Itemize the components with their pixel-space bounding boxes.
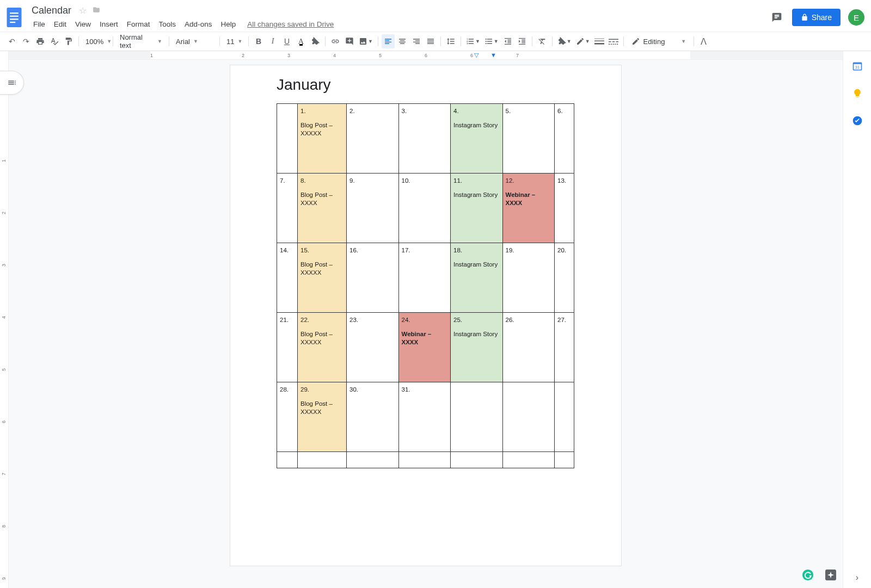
calendar-cell[interactable]: 27. [555,313,574,382]
calendar-cell[interactable]: 29.Blog Post – XXXXX [298,382,347,452]
underline-icon[interactable]: U [280,34,293,48]
align-justify-icon[interactable] [424,34,437,48]
calendar-cell[interactable] [502,382,555,452]
calendar-cell[interactable] [277,452,298,468]
increase-indent-icon[interactable] [516,34,529,48]
calendar-cell[interactable]: 23. [347,313,399,382]
first-line-indent-marker-icon[interactable]: ▼ [490,52,496,58]
calendar-cell[interactable] [277,104,298,174]
menu-insert[interactable]: Insert [96,18,122,30]
expand-side-panel-icon[interactable]: › [856,573,858,583]
calendar-cell[interactable]: 17. [398,243,451,313]
calendar-app-icon[interactable]: 31 [852,61,863,72]
calendar-cell[interactable]: 13. [555,174,574,243]
font-size-select[interactable]: 11▼ [223,34,245,48]
calendar-cell[interactable]: 14. [277,243,298,313]
calendar-cell[interactable]: 4.Instagram Story [451,104,503,174]
folder-icon[interactable] [92,6,101,16]
share-button[interactable]: Share [792,9,841,26]
calendar-cell[interactable]: 30. [347,382,399,452]
insert-comment-icon[interactable] [343,34,356,48]
text-color-icon[interactable]: A [295,34,308,48]
line-spacing-icon[interactable] [444,34,457,48]
calendar-cell[interactable]: 1.Blog Post – XXXXX [298,104,347,174]
tasks-app-icon[interactable] [852,115,863,126]
calendar-cell[interactable]: 9. [347,174,399,243]
menu-view[interactable]: View [71,18,95,30]
explore-icon[interactable] [823,567,838,583]
calendar-table[interactable]: 1.Blog Post – XXXXX2.3.4.Instagram Story… [277,103,574,468]
calendar-cell[interactable]: 26. [502,313,555,382]
keep-app-icon[interactable] [852,88,863,99]
calendar-cell[interactable]: 5. [502,104,555,174]
menu-help[interactable]: Help [217,18,240,30]
calendar-cell[interactable]: 20. [555,243,574,313]
docs-logo-icon[interactable] [4,4,24,30]
calendar-cell[interactable]: 19. [502,243,555,313]
border-dash-icon[interactable] [607,34,620,48]
calendar-cell[interactable] [451,382,503,452]
calendar-cell[interactable] [555,382,574,452]
calendar-cell[interactable] [347,452,399,468]
align-left-icon[interactable] [382,34,395,48]
right-indent-marker-icon[interactable]: ▽ [474,52,479,59]
undo-icon[interactable]: ↶ [5,34,19,48]
calendar-cell[interactable]: 31. [398,382,451,452]
border-width-icon[interactable] [593,34,606,48]
insert-image-icon[interactable]: ▼ [357,34,375,48]
outline-toggle-icon[interactable] [0,71,24,95]
align-center-icon[interactable] [396,34,409,48]
calendar-cell[interactable]: 6. [555,104,574,174]
grammarly-icon[interactable] [800,567,815,583]
italic-icon[interactable]: I [266,34,279,48]
redo-icon[interactable]: ↷ [20,34,33,48]
cell-fill-color-icon[interactable]: ▼ [556,34,573,48]
insert-link-icon[interactable] [329,34,342,48]
align-right-icon[interactable] [410,34,423,48]
page[interactable]: January 1.Blog Post – XXXXX2.3.4.Instagr… [230,65,621,566]
menu-tools[interactable]: Tools [155,18,180,30]
paragraph-style-select[interactable]: Normal text▼ [116,34,165,48]
font-family-select[interactable]: Arial▼ [173,34,216,48]
calendar-cell[interactable]: 21. [277,313,298,382]
numbered-list-icon[interactable]: ▼ [464,34,482,48]
clear-formatting-icon[interactable] [536,34,549,48]
editing-mode-select[interactable]: Editing ▼ [627,37,691,46]
save-status[interactable]: All changes saved in Drive [247,20,334,28]
calendar-cell[interactable]: 25.Instagram Story [451,313,503,382]
calendar-cell[interactable]: 22.Blog Post – XXXXX [298,313,347,382]
calendar-cell[interactable]: 16. [347,243,399,313]
comments-icon[interactable] [769,10,784,25]
calendar-cell[interactable]: 3. [398,104,451,174]
calendar-cell[interactable]: 28. [277,382,298,452]
calendar-cell[interactable]: 10. [398,174,451,243]
print-icon[interactable] [34,34,47,48]
document-area[interactable]: 1 2 3 4 5 6 6 7 ▽ ▼ January 1.Blog Post … [9,51,843,588]
menu-format[interactable]: Format [123,18,154,30]
calendar-cell[interactable]: 24.Webinar – XXXX [398,313,451,382]
calendar-cell[interactable]: 8.Blog Post – XXXX [298,174,347,243]
document-heading[interactable]: January [277,76,575,94]
paint-format-icon[interactable] [62,34,75,48]
bulleted-list-icon[interactable]: ▼ [483,34,500,48]
menu-addons[interactable]: Add-ons [181,18,216,30]
menu-file[interactable]: File [29,18,49,30]
menu-edit[interactable]: Edit [50,18,70,30]
calendar-cell[interactable] [398,452,451,468]
document-title[interactable]: Calendar [29,4,73,17]
calendar-cell[interactable]: 2. [347,104,399,174]
calendar-cell[interactable]: 7. [277,174,298,243]
highlight-color-icon[interactable] [309,34,322,48]
calendar-cell[interactable] [502,452,555,468]
horizontal-ruler[interactable]: 1 2 3 4 5 6 6 7 ▽ ▼ [9,51,843,60]
collapse-toolbar-icon[interactable]: ᐱ [697,36,710,47]
calendar-cell[interactable] [298,452,347,468]
calendar-cell[interactable]: 12.Webinar – XXXX [502,174,555,243]
zoom-select[interactable]: 100%▼ [82,34,109,48]
decrease-indent-icon[interactable] [501,34,514,48]
border-color-icon[interactable]: ▼ [574,34,592,48]
calendar-cell[interactable] [451,452,503,468]
star-icon[interactable]: ☆ [79,5,87,16]
spellcheck-icon[interactable] [48,34,61,48]
calendar-cell[interactable] [555,452,574,468]
